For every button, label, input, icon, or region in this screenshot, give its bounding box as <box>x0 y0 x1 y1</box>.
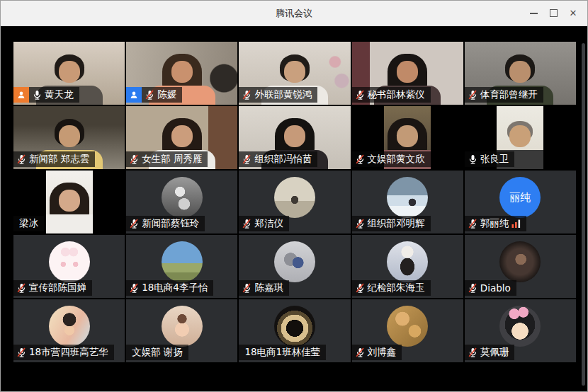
mic-muted-icon <box>17 347 26 358</box>
participant-avatar <box>162 306 203 347</box>
participant-tile[interactable]: 刘博鑫 <box>352 299 463 362</box>
name-plate: 黄天龙 <box>29 87 79 103</box>
participant-label: 组织部冯怡茵 <box>239 151 317 167</box>
mic-muted-icon <box>468 89 477 100</box>
window-controls: ✕ <box>524 1 583 25</box>
mic-muted-icon <box>468 218 477 229</box>
name-plate: 陈嘉琪 <box>239 280 289 296</box>
name-plate: 张良卫 <box>465 151 515 167</box>
participant-name: 莫佩珊 <box>480 346 509 359</box>
participant-label: 18电商4李子怡 <box>126 280 213 296</box>
participant-name: 宣传部陈国婵 <box>29 282 86 294</box>
mic-on-icon <box>468 154 477 165</box>
mic-muted-icon <box>17 154 26 165</box>
participant-name: 18电商1班林佳莹 <box>244 346 320 359</box>
participant-tile[interactable]: 张良卫 <box>465 106 576 169</box>
mic-muted-icon <box>468 347 477 358</box>
mic-muted-icon <box>17 282 26 294</box>
name-plate: 组织部冯怡茵 <box>239 151 317 167</box>
participant-tile[interactable]: 组织部冯怡茵 <box>239 106 350 169</box>
host-badge <box>13 87 29 103</box>
participant-avatar <box>274 306 315 347</box>
participant-label: 新闻部 郑志雲 <box>13 151 95 167</box>
participant-label: 梁冰 <box>13 216 44 231</box>
participant-label: 莫佩珊 <box>465 345 515 360</box>
participant-tile[interactable]: 女生部 周秀雁 <box>126 106 237 169</box>
window-title: 腾讯会议 <box>276 7 312 20</box>
member-badge <box>126 87 142 103</box>
participant-label: 宣传部陈国婵 <box>13 280 92 296</box>
participant-label: 体育部曾继开 <box>465 87 543 103</box>
mic-muted-icon <box>356 89 365 100</box>
mic-muted-icon <box>130 218 139 229</box>
name-plate: 新闻部 郑志雲 <box>13 151 95 167</box>
video-gallery: 黄天龙陈媛外联部黄锐鸿秘书部林紫仪体育部曾继开新闻部 郑志雲女生部 周秀雁组织部… <box>1 26 587 391</box>
participant-name: 组织部冯怡茵 <box>254 153 312 166</box>
minimize-icon <box>530 13 538 14</box>
participant-tile[interactable]: 体育部曾继开 <box>465 42 576 105</box>
mic-muted-icon <box>242 89 251 100</box>
participant-name: 体育部曾继开 <box>480 88 538 101</box>
participant-tile[interactable]: 组织部邓明辉 <box>352 171 463 234</box>
participant-name: 刘博鑫 <box>368 346 397 359</box>
participant-tile[interactable]: 文娱部 谢扬 <box>126 299 237 362</box>
participant-tile[interactable]: 丽纯郭丽纯 <box>465 171 576 234</box>
close-button[interactable]: ✕ <box>563 1 583 25</box>
participant-label: 黄天龙 <box>13 87 79 103</box>
participant-tile[interactable]: 18电商4李子怡 <box>126 235 237 298</box>
mic-muted-icon <box>356 347 365 358</box>
participant-tile[interactable]: 18市营四班高艺华 <box>13 299 125 362</box>
name-plate: 宣传部陈国婵 <box>13 280 92 296</box>
participant-name: 郭丽纯 <box>480 217 509 230</box>
title-bar: 腾讯会议 ✕ <box>1 1 587 26</box>
name-plate: 莫佩珊 <box>465 345 515 360</box>
mic-muted-icon <box>356 218 365 229</box>
participant-tile[interactable]: 新闻部 郑志雲 <box>13 106 125 169</box>
participant-name: 18电商4李子怡 <box>142 282 208 294</box>
participant-tile[interactable]: 新闻部蔡钰玲 <box>126 171 237 234</box>
mic-muted-icon <box>242 282 251 294</box>
participant-label: 张良卫 <box>465 151 515 167</box>
participant-name: 文娱部 谢扬 <box>132 346 183 359</box>
mic-muted-icon <box>242 154 251 165</box>
participant-label: 刘博鑫 <box>352 345 402 360</box>
participant-tile[interactable]: 秘书部林紫仪 <box>352 42 463 105</box>
participant-name: 外联部黄锐鸿 <box>254 88 312 101</box>
mic-muted-icon <box>356 282 365 294</box>
name-plate: 郭丽纯 <box>465 216 527 231</box>
participant-tile[interactable]: Diablo <box>465 235 576 298</box>
participant-name: 新闻部蔡钰玲 <box>142 217 199 230</box>
participant-name: 组织部邓明辉 <box>368 217 425 230</box>
mic-muted-icon <box>468 282 477 294</box>
participant-tile[interactable]: 莫佩珊 <box>465 299 576 362</box>
participant-tile[interactable]: 文娱部黄文欣 <box>352 106 463 169</box>
name-plate: 文娱部 谢扬 <box>126 345 188 360</box>
participant-avatar <box>499 241 541 282</box>
scrollbar[interactable] <box>582 43 585 386</box>
name-plate: 纪检部朱海玉 <box>352 280 431 296</box>
participant-tile[interactable]: 外联部黄锐鸿 <box>239 42 350 105</box>
name-plate: 秘书部林紫仪 <box>352 87 431 103</box>
participant-avatar <box>387 177 428 218</box>
participant-tile[interactable]: 郑洁仪 <box>239 171 350 234</box>
network-signal-icon <box>511 219 521 228</box>
maximize-button[interactable] <box>543 1 563 25</box>
participant-tile[interactable]: 纪检部朱海玉 <box>352 235 463 298</box>
participant-tile[interactable]: 黄天龙 <box>13 42 125 105</box>
participant-tile[interactable]: 18电商1班林佳莹 <box>239 299 350 362</box>
participant-label: Diablo <box>465 280 516 296</box>
participant-name: 郑洁仪 <box>254 217 283 230</box>
participant-tile[interactable]: 梁冰 <box>13 171 125 234</box>
participant-tile[interactable]: 陈嘉琪 <box>239 235 350 298</box>
participant-label: 陈媛 <box>126 87 182 103</box>
participant-avatar <box>274 177 315 218</box>
name-plate: 文娱部黄文欣 <box>352 151 431 167</box>
participant-name: 陈嘉琪 <box>254 282 283 294</box>
participant-grid: 黄天龙陈媛外联部黄锐鸿秘书部林紫仪体育部曾继开新闻部 郑志雲女生部 周秀雁组织部… <box>13 42 576 362</box>
minimize-button[interactable] <box>524 1 543 25</box>
participant-tile[interactable]: 陈媛 <box>126 42 237 105</box>
participant-label: 新闻部蔡钰玲 <box>126 216 205 231</box>
participant-tile[interactable]: 宣传部陈国婵 <box>13 235 125 298</box>
name-plate: 体育部曾继开 <box>465 87 543 103</box>
participant-label: 陈嘉琪 <box>239 280 289 296</box>
